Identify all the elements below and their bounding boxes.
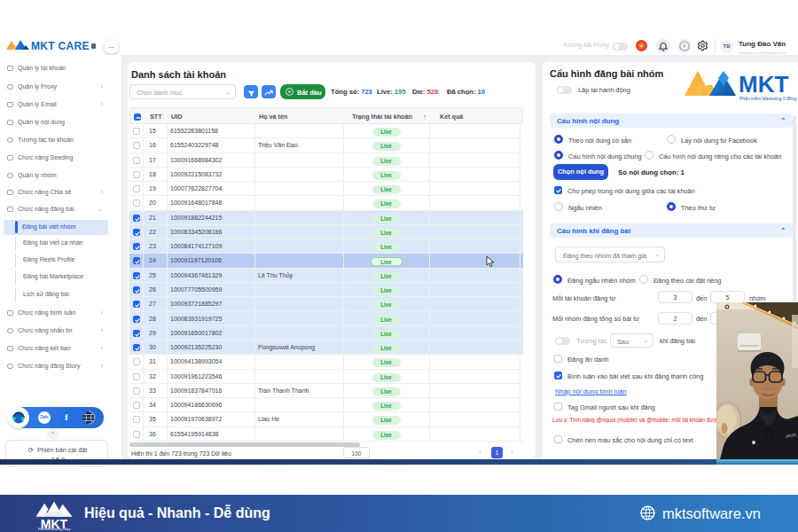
svg-text:Phần mềm Marketing 0 đồng: Phần mềm Marketing 0 đồng <box>38 528 70 531</box>
svg-text:Phần mềm Marketing 0 đồng: Phần mềm Marketing 0 đồng <box>739 96 796 101</box>
svg-text:MKT: MKT <box>739 71 788 98</box>
